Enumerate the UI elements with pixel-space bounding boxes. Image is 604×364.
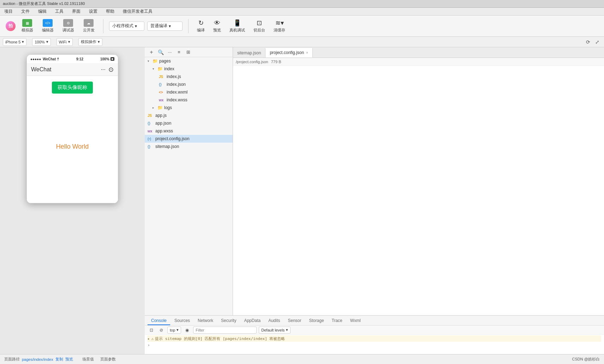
nav-icons: ··· ⊙	[101, 66, 114, 73]
time-label: 9:12	[76, 57, 83, 61]
debug-label: 调试器	[62, 28, 74, 33]
path-label: 页面路径	[4, 357, 20, 362]
compile-button[interactable]: ↻ 编译	[194, 18, 208, 34]
console-eye-btn[interactable]: ◉	[183, 326, 191, 334]
menu-settings[interactable]: 设置	[88, 8, 99, 14]
app-wxss-icon: wx	[148, 129, 154, 133]
wxml-tab-label: Wxml	[350, 318, 361, 323]
tree-item-pages[interactable]: ▾ 📁 pages	[145, 57, 233, 65]
tree-item-index-wxss[interactable]: wx index.wxss	[145, 96, 233, 104]
editor-icon: </>	[43, 19, 53, 27]
preview-link[interactable]: 预览	[65, 357, 73, 362]
tab-network[interactable]: Network	[194, 317, 217, 325]
file-path-bar: /project.config.json 779 B	[233, 58, 604, 66]
copy-link[interactable]: 复制	[55, 357, 63, 362]
console-expand-btn[interactable]: ⊡	[148, 326, 155, 334]
get-avatar-button[interactable]: 获取头像昵称	[52, 82, 93, 94]
top-context-dropdown[interactable]: top ▾	[167, 327, 181, 334]
realdev-button[interactable]: 📱 真机调试	[227, 18, 248, 34]
config-json-icon: (•)	[148, 137, 154, 141]
compile-dropdown[interactable]: 普通编译 ▾	[147, 22, 183, 31]
menu-edit[interactable]: 编辑	[37, 8, 48, 14]
clearstore-button[interactable]: ≋▾ 清缓存	[271, 18, 288, 34]
menu-help[interactable]: 帮助	[104, 8, 116, 14]
menu-interface[interactable]: 界面	[71, 8, 82, 14]
tab-storage[interactable]: Storage	[306, 317, 328, 325]
compile-action-label: 编译	[197, 28, 205, 33]
toolbar: 拍 ▦ 模拟器 </> 编辑器 ⚙ 调试器 ☁ 云开发 小程序模式 ▾ 普通编译…	[0, 16, 604, 37]
tree-item-project-config[interactable]: (•) project.config.json	[145, 135, 233, 143]
menu-tools[interactable]: 工具	[54, 8, 65, 14]
levels-dropdown[interactable]: Default levels ▾	[259, 327, 291, 334]
tab-appdata[interactable]: AppData	[240, 317, 264, 325]
simulator-button[interactable]: ▦ 模拟器	[18, 18, 36, 34]
app-wxss-label: app.wxss	[155, 129, 173, 133]
tab-security[interactable]: Security	[217, 317, 240, 325]
right-text: CSDN @皓杉白	[572, 357, 600, 362]
add-file-btn[interactable]: +	[148, 48, 155, 56]
sensor-tab-label: Sensor	[288, 318, 301, 323]
debug-icon: ⚙	[63, 19, 73, 27]
tree-item-index-folder[interactable]: ▾ 📁 index	[145, 65, 233, 73]
more-icon[interactable]: ···	[101, 66, 106, 73]
cloud-button[interactable]: ☁ 云开发	[80, 18, 97, 34]
menu-project[interactable]: 项目	[3, 8, 14, 14]
console-filter-input[interactable]	[193, 327, 257, 334]
sitemap-json-icon: {}	[148, 145, 154, 149]
menu-file[interactable]: 文件	[20, 8, 31, 14]
rotate-icon-btn[interactable]: ⟳	[584, 38, 592, 46]
more-tree-btn[interactable]: ···	[166, 48, 174, 56]
sort-tree-btn[interactable]: ≡	[175, 48, 183, 56]
wxss-file-icon: wx	[159, 98, 165, 102]
tree-item-index-js[interactable]: JS index.js	[145, 73, 233, 80]
mode-dropdown[interactable]: 小程序模式 ▾	[109, 22, 144, 31]
path-value: pages/index/index	[22, 357, 53, 362]
device-selector[interactable]: iPhone 5 ▾	[3, 38, 26, 46]
avatar[interactable]: 拍	[6, 21, 16, 31]
project-config-tab[interactable]: project.config.json ×	[265, 48, 313, 58]
console-clear-btn[interactable]: ⊘	[157, 326, 165, 334]
index-json-label: index.json	[167, 82, 186, 87]
target-icon[interactable]: ⊙	[108, 66, 114, 73]
preview-button[interactable]: 👁 预览	[210, 18, 224, 34]
clearstore-label: 清缓存	[274, 28, 285, 33]
debug-button[interactable]: ⚙ 调试器	[59, 18, 77, 34]
backend-button[interactable]: ⊡ 切后台	[251, 18, 268, 34]
console-prompt-line[interactable]: ›	[148, 342, 601, 348]
tree-item-app-json[interactable]: {} app.json	[145, 119, 233, 127]
network-selector[interactable]: WiFi ▾	[56, 38, 73, 46]
security-tab-label: Security	[221, 318, 236, 323]
zoom-selector[interactable]: 100% ▾	[32, 38, 50, 46]
tab-console[interactable]: Console	[148, 317, 170, 325]
app-js-label: app.js	[155, 113, 167, 118]
tree-item-index-wxml[interactable]: <> index.wxml	[145, 88, 233, 96]
tab-sensor[interactable]: Sensor	[285, 317, 305, 325]
tree-item-sitemap[interactable]: {} sitemap.json	[145, 143, 233, 150]
tree-item-app-js[interactable]: JS app.js	[145, 112, 233, 119]
project-config-tab-close[interactable]: ×	[306, 51, 308, 55]
search-tree-btn[interactable]: 🔍	[157, 48, 165, 56]
project-config-tab-label: project.config.json	[270, 50, 304, 55]
tab-audits[interactable]: Audits	[265, 317, 283, 325]
toolbar-separator-2	[188, 19, 189, 33]
editor-content[interactable]	[233, 66, 604, 354]
expand-icon-btn[interactable]: ⤢	[593, 38, 601, 46]
operation-selector[interactable]: 模拟操作 ▾	[78, 38, 102, 46]
devtools-toolbar: ⊡ ⊘ top ▾ ◉ Default levels ▾	[145, 326, 604, 335]
menu-wechat-devtools[interactable]: 微信开发者工具	[121, 8, 154, 14]
tab-wxml[interactable]: Wxml	[347, 317, 364, 325]
appdata-tab-label: AppData	[244, 318, 261, 323]
sitemap-tab[interactable]: sitemap.json	[233, 48, 265, 58]
format-tree-btn[interactable]: ⊞	[184, 48, 192, 56]
device-label: iPhone 5	[5, 40, 20, 44]
tree-item-app-wxss[interactable]: wx app.wxss	[145, 127, 233, 135]
device-toolbar: iPhone 5 ▾ 100% ▾ WiFi ▾ 模拟操作 ▾ ⟳ ⤢	[0, 37, 604, 47]
tab-trace[interactable]: Trace	[328, 317, 346, 325]
editor-area: sitemap.json project.config.json × /proj…	[233, 47, 604, 354]
tree-item-index-json[interactable]: {} index.json	[145, 80, 233, 88]
iphone-nav-bar: WeChat ··· ⊙	[27, 63, 118, 76]
tab-sources[interactable]: Sources	[171, 317, 193, 325]
tree-item-logs[interactable]: ▸ 📁 logs	[145, 104, 233, 112]
operation-label: 模拟操作	[81, 39, 96, 44]
editor-button[interactable]: </> 编辑器	[39, 18, 56, 34]
